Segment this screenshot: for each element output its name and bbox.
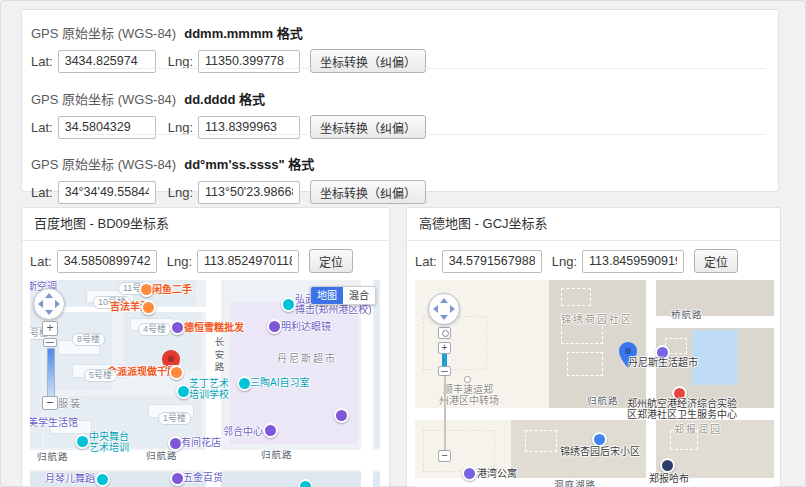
format-label: ddmm.mmmm 格式 xyxy=(184,26,302,41)
zoom-in-button[interactable]: + xyxy=(438,342,451,354)
building-label: 5号楼 xyxy=(84,369,117,382)
lat-label: Lat: xyxy=(31,185,53,200)
amap-lng-input[interactable] xyxy=(582,250,684,273)
poi-icon-orange xyxy=(141,300,156,315)
format-label: dd.dddd 格式 xyxy=(184,92,265,107)
amap-panel-title: 高德地图 - GCJ坐标系 xyxy=(407,208,780,241)
zoom-slider-track[interactable] xyxy=(444,376,446,450)
poi-icon-blue xyxy=(592,432,607,447)
zoom-in-button[interactable]: + xyxy=(42,321,58,336)
amap-panel: 高德地图 - GCJ坐标系 Lat: Lng: 定位 锦绣荷园社区桥航路丹尼斯生… xyxy=(406,207,781,487)
map-dashrect xyxy=(525,430,557,452)
poi-label: 芝丁艺术 xyxy=(189,378,229,389)
map-dashrect xyxy=(561,288,591,306)
road-label: 归航路 xyxy=(261,450,293,460)
poi-icon-teal xyxy=(95,472,110,487)
amap-locate-button[interactable]: 定位 xyxy=(694,249,738,273)
poi-label: 顺丰速运郑 xyxy=(443,384,493,395)
pan-left-icon[interactable] xyxy=(433,305,438,313)
poi-label: 闲鱼二手 xyxy=(152,284,192,295)
lng-label: Lng: xyxy=(167,254,192,269)
road-label: 归航路 xyxy=(587,396,619,406)
poi-label: 邻合中心 xyxy=(223,426,263,437)
map-block xyxy=(374,280,380,448)
lng-label: Lng: xyxy=(552,254,577,269)
map-roadh xyxy=(30,450,380,470)
pan-right-icon[interactable] xyxy=(450,305,455,313)
gps-row-dd: GPS 原始坐标 (WGS-84)dd.dddd 格式 Lat: Lng: 坐标… xyxy=(31,89,769,139)
area-label: 锦绣荷园社区 xyxy=(561,314,633,325)
pan-right-icon[interactable] xyxy=(55,300,60,308)
baidu-panel: 百度地图 - BD09坐标系 Lat: Lng: 定位 斯空调11号楼闲鱼二手1… xyxy=(21,207,390,487)
poi-icon-purple xyxy=(170,320,185,335)
amap-map[interactable]: 锦绣荷园社区桥航路丹尼斯生活超市郑州航空港经济综合实验区郑港社区卫生服务中心归航… xyxy=(415,280,774,487)
pan-left-icon[interactable] xyxy=(38,300,43,308)
gps-row-ddmm: GPS 原始坐标 (WGS-84)ddmm.mmmm 格式 Lat: Lng: … xyxy=(31,23,769,73)
zoom-slider-handle[interactable] xyxy=(43,338,57,347)
poi-icon-purple xyxy=(334,408,349,423)
lat-input-dd[interactable] xyxy=(58,116,156,139)
poi-icon-teal xyxy=(75,434,90,449)
pan-control[interactable] xyxy=(428,293,460,325)
convert-button-dd[interactable]: 坐标转换（纠偏） xyxy=(310,115,426,139)
building-label: 4号楼 xyxy=(138,323,171,336)
lng-input-dd[interactable] xyxy=(198,116,300,139)
baidu-map[interactable]: 斯空调11号楼闲鱼二手10号楼吉法羊汤4号楼德恒雪糕批发8号楼弘武门(搏击(郑州… xyxy=(30,280,380,487)
lng-label: Lng: xyxy=(168,120,193,135)
poi-icon-purple xyxy=(263,423,278,438)
road-label: 桥航路 xyxy=(671,310,703,320)
building-label: 1号楼 xyxy=(158,412,191,425)
poi-label: 郑报哈布 xyxy=(649,473,689,484)
map-dashfaint xyxy=(423,316,487,370)
maptype-map-button[interactable]: 地图 xyxy=(311,287,343,304)
pan-down-icon[interactable] xyxy=(440,315,448,320)
baidu-locate-button[interactable]: 定位 xyxy=(309,249,353,273)
zoom-slider-track[interactable] xyxy=(47,348,55,398)
road-label: 归航路 xyxy=(37,452,69,462)
convert-button-ddmm[interactable]: 坐标转换（纠偏） xyxy=(310,49,426,73)
lat-input-ddmm[interactable] xyxy=(58,50,156,73)
poi-label: 中央舞台 xyxy=(89,431,129,442)
amap-lat-input[interactable] xyxy=(442,250,542,273)
poi-label: 五金百货 xyxy=(183,472,223,483)
locate-center-button[interactable] xyxy=(438,327,451,339)
poi-label: 港湾公寓 xyxy=(477,468,517,479)
wgs84-label: GPS 原始坐标 (WGS-84) xyxy=(31,26,176,41)
baidu-lat-input[interactable] xyxy=(57,250,157,273)
poi-label: 三陶AI自习室 xyxy=(250,377,309,388)
lat-label: Lat: xyxy=(415,254,437,269)
divider xyxy=(73,68,766,69)
pan-up-icon[interactable] xyxy=(45,293,53,298)
area-label: 丹尼斯超市 xyxy=(277,353,337,364)
row-title: GPS 原始坐标 (WGS-84)ddmm.mmmm 格式 xyxy=(31,23,769,42)
convert-button-dms[interactable]: 坐标转换（纠偏） xyxy=(310,180,426,204)
poi-label: 州港区中转场 xyxy=(439,395,499,406)
small-dot xyxy=(464,376,471,383)
poi-icon-teal xyxy=(298,479,313,487)
pan-control[interactable] xyxy=(33,288,65,320)
map-dashfaint xyxy=(423,430,495,472)
lat-input-dms[interactable] xyxy=(58,181,156,204)
lng-input-ddmm[interactable] xyxy=(198,50,300,73)
pan-up-icon[interactable] xyxy=(440,298,448,303)
zoom-out-button[interactable]: − xyxy=(42,396,58,410)
poi-icon-purple xyxy=(462,466,477,481)
map-water xyxy=(692,330,738,385)
baidu-lng-input[interactable] xyxy=(197,250,299,273)
poi-label: 锦绣杏园后宋小区 xyxy=(560,446,640,457)
lng-input-dms[interactable] xyxy=(198,181,300,204)
poi-label: 明利达眼镜 xyxy=(281,321,331,332)
poi-icon-teal xyxy=(281,297,296,312)
baidu-panel-title: 百度地图 - BD09坐标系 xyxy=(22,208,389,241)
maptype-switcher: 地图 混合 xyxy=(310,286,376,305)
pan-down-icon[interactable] xyxy=(45,310,53,315)
poi-label: 区郑港社区卫生服务中心 xyxy=(627,409,737,420)
zoom-out-button[interactable]: − xyxy=(438,450,451,462)
zoom-slider-handle[interactable] xyxy=(438,366,451,376)
poi-label: 丹尼斯生活超市 xyxy=(628,357,698,368)
poi-icon-navy xyxy=(660,458,675,473)
maptype-hybrid-button[interactable]: 混合 xyxy=(343,287,375,304)
lat-label: Lat: xyxy=(31,54,53,69)
lat-label: Lat: xyxy=(30,254,52,269)
format-label: dd°mm'ss.ssss" 格式 xyxy=(184,157,314,172)
